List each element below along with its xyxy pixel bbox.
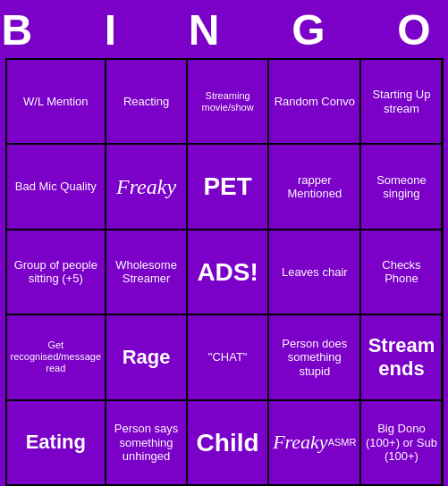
cell-r2c4[interactable]: Checks Phone xyxy=(361,230,441,314)
cell-r3c1[interactable]: Rage xyxy=(106,315,186,398)
cell-r1c2[interactable]: PET xyxy=(188,145,267,228)
cell-r0c0[interactable]: W/L Mention xyxy=(7,60,106,143)
bingo-grid: W/L MentionReactingStreaming movie/showR… xyxy=(5,58,444,486)
cell-r1c3[interactable]: rapper Mentioned xyxy=(269,145,359,228)
cell-r4c0[interactable]: Eating xyxy=(7,401,106,484)
bingo-title: B I N G O xyxy=(0,0,448,58)
cell-r0c2[interactable]: Streaming movie/show xyxy=(188,60,267,143)
cell-r4c2[interactable]: Child xyxy=(188,401,267,484)
cell-r4c4[interactable]: Big Dono (100+) or Sub (100+) xyxy=(361,401,441,484)
cell-r0c3[interactable]: Random Convo xyxy=(269,60,359,143)
cell-r3c2[interactable]: "CHAT" xyxy=(188,315,267,398)
cell-r0c4[interactable]: Starting Up stream xyxy=(361,60,441,143)
cell-r1c1[interactable]: Freaky xyxy=(106,145,186,228)
cell-r0c1[interactable]: Reacting xyxy=(106,60,186,143)
cell-r2c3[interactable]: Leaves chair xyxy=(269,230,359,314)
cell-r3c3[interactable]: Person does something stupid xyxy=(269,315,359,398)
cell-r2c0[interactable]: Group of people sitting (+5) xyxy=(7,230,106,314)
cell-r4c3[interactable]: FreakyASMR xyxy=(269,401,359,484)
cell-r2c2[interactable]: ADS! xyxy=(188,230,267,314)
cell-r1c4[interactable]: Someone singing xyxy=(361,145,441,228)
cell-r3c0[interactable]: Get recognised/message read xyxy=(7,315,106,398)
cell-r3c4[interactable]: Stream ends xyxy=(361,315,441,398)
cell-r2c1[interactable]: Wholesome Streamer xyxy=(106,230,186,314)
cell-r1c0[interactable]: Bad Mic Quality xyxy=(7,145,106,228)
cell-r4c1[interactable]: Person says something unhinged xyxy=(106,401,186,484)
